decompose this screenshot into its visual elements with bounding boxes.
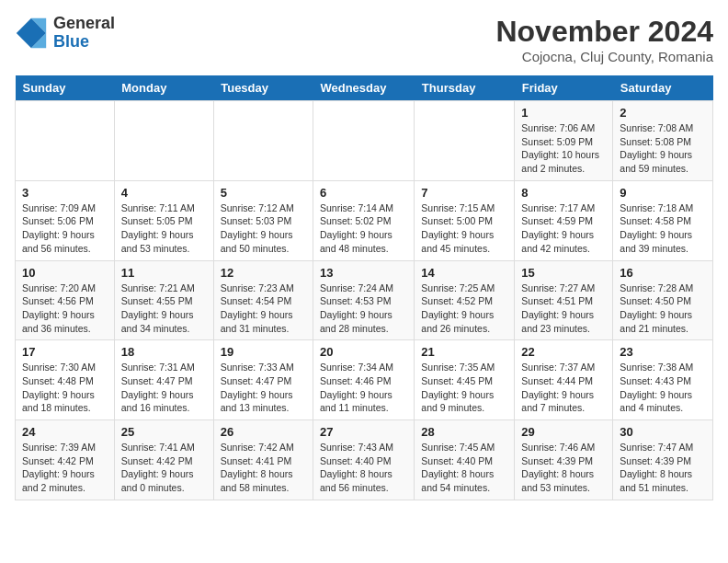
day-number: 12 [221, 266, 306, 280]
day-number: 4 [121, 186, 207, 200]
calendar-cell: 17Sunrise: 7:30 AMSunset: 4:48 PMDayligh… [16, 340, 115, 420]
calendar-cell: 26Sunrise: 7:42 AMSunset: 4:41 PMDayligh… [213, 420, 313, 500]
day-info: Sunrise: 7:12 AMSunset: 5:03 PMDaylight:… [221, 201, 306, 256]
day-number: 3 [22, 186, 108, 200]
weekday-header-saturday: Saturday [613, 75, 713, 101]
day-info: Sunrise: 7:11 AMSunset: 5:05 PMDaylight:… [121, 201, 207, 256]
day-number: 24 [22, 425, 108, 439]
calendar-cell: 21Sunrise: 7:35 AMSunset: 4:45 PMDayligh… [415, 340, 515, 420]
day-info: Sunrise: 7:43 AMSunset: 4:40 PMDaylight:… [320, 441, 407, 495]
calendar-cell: 28Sunrise: 7:45 AMSunset: 4:40 PMDayligh… [415, 420, 515, 500]
calendar-cell: 4Sunrise: 7:11 AMSunset: 5:05 PMDaylight… [114, 180, 213, 260]
day-number: 7 [421, 186, 507, 200]
calendar-cell [16, 101, 115, 181]
calendar-week-1: 1Sunrise: 7:06 AMSunset: 5:09 PMDaylight… [16, 101, 713, 181]
calendar-body: 1Sunrise: 7:06 AMSunset: 5:09 PMDaylight… [16, 101, 713, 500]
day-info: Sunrise: 7:21 AMSunset: 4:55 PMDaylight:… [121, 282, 207, 336]
calendar-cell: 29Sunrise: 7:46 AMSunset: 4:39 PMDayligh… [515, 420, 613, 500]
calendar-week-3: 10Sunrise: 7:20 AMSunset: 4:56 PMDayligh… [16, 260, 713, 340]
calendar-cell [213, 101, 313, 181]
day-info: Sunrise: 7:23 AMSunset: 4:54 PMDaylight:… [221, 282, 306, 336]
day-number: 9 [620, 186, 706, 200]
calendar-cell: 19Sunrise: 7:33 AMSunset: 4:47 PMDayligh… [213, 340, 313, 420]
day-number: 29 [521, 425, 606, 439]
calendar-header: SundayMondayTuesdayWednesdayThursdayFrid… [16, 75, 713, 101]
calendar-cell: 18Sunrise: 7:31 AMSunset: 4:47 PMDayligh… [114, 340, 213, 420]
day-info: Sunrise: 7:14 AMSunset: 5:02 PMDaylight:… [320, 201, 407, 256]
day-number: 17 [22, 345, 108, 359]
weekday-header-friday: Friday [515, 75, 613, 101]
day-info: Sunrise: 7:08 AMSunset: 5:08 PMDaylight:… [620, 121, 706, 176]
title-area: November 2024 Cojocna, Cluj County, Roma… [495, 15, 713, 64]
day-info: Sunrise: 7:37 AMSunset: 4:44 PMDaylight:… [521, 361, 606, 415]
calendar-cell: 16Sunrise: 7:28 AMSunset: 4:50 PMDayligh… [613, 260, 713, 340]
calendar-cell: 1Sunrise: 7:06 AMSunset: 5:09 PMDaylight… [515, 101, 613, 181]
calendar-cell: 2Sunrise: 7:08 AMSunset: 5:08 PMDaylight… [613, 101, 713, 181]
calendar-week-5: 24Sunrise: 7:39 AMSunset: 4:42 PMDayligh… [16, 420, 713, 500]
day-info: Sunrise: 7:17 AMSunset: 4:59 PMDaylight:… [521, 201, 606, 256]
calendar-cell: 13Sunrise: 7:24 AMSunset: 4:53 PMDayligh… [313, 260, 414, 340]
day-number: 30 [620, 425, 706, 439]
calendar-cell [415, 101, 515, 181]
day-info: Sunrise: 7:33 AMSunset: 4:47 PMDaylight:… [221, 361, 306, 415]
day-info: Sunrise: 7:35 AMSunset: 4:45 PMDaylight:… [421, 361, 507, 415]
day-info: Sunrise: 7:41 AMSunset: 4:42 PMDaylight:… [121, 441, 207, 495]
day-info: Sunrise: 7:45 AMSunset: 4:40 PMDaylight:… [421, 441, 507, 495]
calendar-week-2: 3Sunrise: 7:09 AMSunset: 5:06 PMDaylight… [16, 180, 713, 260]
calendar-cell: 27Sunrise: 7:43 AMSunset: 4:40 PMDayligh… [313, 420, 414, 500]
calendar-cell: 9Sunrise: 7:18 AMSunset: 4:58 PMDaylight… [613, 180, 713, 260]
day-info: Sunrise: 7:38 AMSunset: 4:43 PMDaylight:… [620, 361, 706, 415]
calendar-cell: 15Sunrise: 7:27 AMSunset: 4:51 PMDayligh… [515, 260, 613, 340]
day-number: 10 [22, 266, 108, 280]
weekday-header-thursday: Thursday [415, 75, 515, 101]
calendar-cell: 25Sunrise: 7:41 AMSunset: 4:42 PMDayligh… [114, 420, 213, 500]
day-number: 14 [421, 266, 507, 280]
day-number: 20 [320, 345, 407, 359]
month-title: November 2024 [495, 15, 713, 49]
calendar-cell: 24Sunrise: 7:39 AMSunset: 4:42 PMDayligh… [16, 420, 115, 500]
logo-text: General Blue [53, 15, 115, 52]
logo-icon [15, 17, 48, 50]
calendar-cell: 8Sunrise: 7:17 AMSunset: 4:59 PMDaylight… [515, 180, 613, 260]
day-info: Sunrise: 7:09 AMSunset: 5:06 PMDaylight:… [22, 201, 108, 256]
weekday-header-tuesday: Tuesday [213, 75, 313, 101]
day-info: Sunrise: 7:47 AMSunset: 4:39 PMDaylight:… [620, 441, 706, 495]
calendar-cell: 10Sunrise: 7:20 AMSunset: 4:56 PMDayligh… [16, 260, 115, 340]
day-info: Sunrise: 7:15 AMSunset: 5:00 PMDaylight:… [421, 201, 507, 256]
day-info: Sunrise: 7:42 AMSunset: 4:41 PMDaylight:… [221, 441, 306, 495]
day-number: 1 [521, 106, 606, 120]
calendar-cell: 5Sunrise: 7:12 AMSunset: 5:03 PMDaylight… [213, 180, 313, 260]
day-number: 6 [320, 186, 407, 200]
day-number: 11 [121, 266, 207, 280]
weekday-header-sunday: Sunday [16, 75, 115, 101]
day-number: 26 [221, 425, 306, 439]
calendar-cell: 14Sunrise: 7:25 AMSunset: 4:52 PMDayligh… [415, 260, 515, 340]
day-number: 18 [121, 345, 207, 359]
weekday-header-wednesday: Wednesday [313, 75, 414, 101]
day-number: 16 [620, 266, 706, 280]
calendar-cell: 3Sunrise: 7:09 AMSunset: 5:06 PMDaylight… [16, 180, 115, 260]
day-number: 25 [121, 425, 207, 439]
day-info: Sunrise: 7:30 AMSunset: 4:48 PMDaylight:… [22, 361, 108, 415]
day-number: 19 [221, 345, 306, 359]
day-number: 27 [320, 425, 407, 439]
day-number: 22 [521, 345, 606, 359]
calendar-cell: 12Sunrise: 7:23 AMSunset: 4:54 PMDayligh… [213, 260, 313, 340]
day-number: 8 [521, 186, 606, 200]
calendar-cell: 22Sunrise: 7:37 AMSunset: 4:44 PMDayligh… [515, 340, 613, 420]
calendar-cell: 7Sunrise: 7:15 AMSunset: 5:00 PMDaylight… [415, 180, 515, 260]
page-header: General Blue November 2024 Cojocna, Cluj… [15, 15, 713, 64]
day-info: Sunrise: 7:06 AMSunset: 5:09 PMDaylight:… [521, 121, 606, 176]
weekday-header-row: SundayMondayTuesdayWednesdayThursdayFrid… [16, 75, 713, 101]
day-info: Sunrise: 7:24 AMSunset: 4:53 PMDaylight:… [320, 282, 407, 336]
calendar-cell: 23Sunrise: 7:38 AMSunset: 4:43 PMDayligh… [613, 340, 713, 420]
logo: General Blue [15, 15, 115, 52]
day-number: 13 [320, 266, 407, 280]
day-number: 15 [521, 266, 606, 280]
day-info: Sunrise: 7:28 AMSunset: 4:50 PMDaylight:… [620, 282, 706, 336]
day-number: 21 [421, 345, 507, 359]
weekday-header-monday: Monday [114, 75, 213, 101]
day-info: Sunrise: 7:31 AMSunset: 4:47 PMDaylight:… [121, 361, 207, 415]
day-number: 5 [221, 186, 306, 200]
day-info: Sunrise: 7:39 AMSunset: 4:42 PMDaylight:… [22, 441, 108, 495]
